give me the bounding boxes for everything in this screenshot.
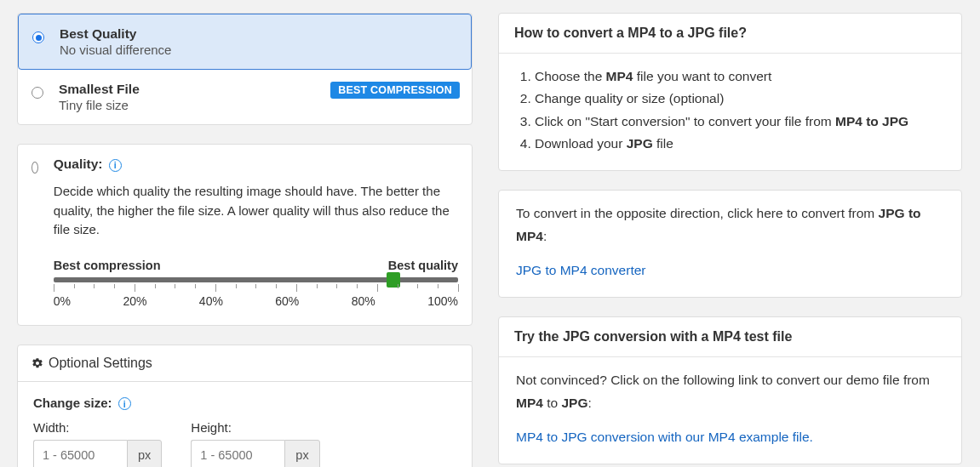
info-icon[interactable]: i [118,397,131,410]
howto-title: How to convert a MP4 to a JPG file? [499,14,961,54]
width-unit: px [127,440,162,467]
option-best-quality[interactable]: Best Quality No visual difference [18,14,472,70]
howto-steps: Choose the MP4 file you want to convert … [516,65,944,155]
slider-label-left: Best compression [54,259,161,272]
slider-track[interactable] [54,277,458,282]
height-input[interactable] [191,440,284,467]
quality-slider[interactable]: Best compression Best quality 0%20%40%60… [54,259,458,308]
quality-label: Quality: [54,157,103,171]
slider-ticks [54,284,458,293]
quality-preset-card: Best Quality No visual difference Smalle… [17,13,473,125]
list-item: Change quality or size (optional) [535,88,944,110]
testfile-title: Try the JPG conversion with a MP4 test f… [499,317,961,357]
option-smallest-file[interactable]: Smallest File Tiny file size BEST COMPRE… [18,70,472,124]
quality-description: Decide which quality the resulting image… [54,182,458,240]
gear-icon [32,357,43,369]
list-item: Choose the MP4 file you want to convert [535,65,944,88]
optional-settings-title: Optional Settings [49,356,152,371]
testfile-text: Not convinced? Click on the following li… [516,369,944,414]
height-unit: px [284,440,319,467]
opposite-card: To convert in the opposite direction, cl… [498,190,962,298]
width-input[interactable] [33,440,127,467]
testfile-card: Try the JPG conversion with a MP4 test f… [498,316,962,464]
option-title: Best Quality [60,26,457,42]
tick-label: 100% [427,294,458,308]
tick-label: 20% [123,294,146,308]
optional-settings-header: Optional Settings [18,345,472,382]
radio-custom-quality[interactable] [32,162,38,174]
list-item: Click on "Start conversion" to convert y… [535,111,944,133]
howto-card: How to convert a MP4 to a JPG file? Choo… [498,13,962,171]
tick-label: 40% [199,294,223,308]
tick-label: 80% [352,294,375,308]
slider-tick-labels: 0%20%40%60%80%100% [54,294,458,308]
radio-smallest-file[interactable] [32,87,43,99]
option-subtitle: No visual difference [60,43,457,57]
info-icon[interactable]: i [109,159,122,172]
optional-settings-card: Optional Settings Change size: i Width: … [17,345,473,468]
radio-best-quality[interactable] [32,31,44,43]
change-size-label: Change size: [33,396,112,410]
list-item: Download your JPG file [535,133,944,155]
example-file-link[interactable]: MP4 to JPG conversion with our MP4 examp… [516,430,813,444]
height-label: Height: [191,420,319,435]
quality-custom-card: Quality: i Decide which quality the resu… [17,144,473,326]
tick-label: 0% [54,294,71,308]
slider-label-right: Best quality [388,259,458,272]
option-subtitle: Tiny file size [59,98,458,112]
jpg-to-mp4-link[interactable]: JPG to MP4 converter [516,263,645,277]
tick-label: 60% [275,294,299,308]
best-compression-badge: BEST COMPRESSION [330,82,460,99]
width-label: Width: [33,420,162,435]
opposite-text: To convert in the opposite direction, cl… [516,206,921,242]
